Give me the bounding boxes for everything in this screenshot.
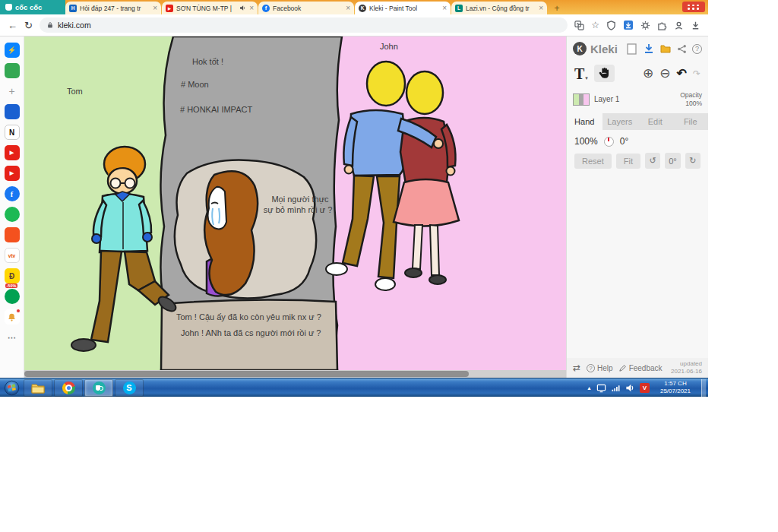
app-icon-green[interactable] [5,63,20,78]
add-app-icon[interactable]: + [5,84,20,99]
reset-button[interactable]: Reset [574,154,612,169]
scrollbar-thumb[interactable] [24,371,469,377]
updated-label: updated [680,360,702,367]
refresh-icon[interactable]: ↻ [24,20,33,31]
messenger-icon[interactable]: ⚡ [5,43,20,58]
app-icon-green-circle[interactable] [5,207,20,222]
horizontal-scrollbar[interactable] [24,370,566,378]
tab-facebook[interactable]: f Facebook × [258,2,354,14]
tab-hand[interactable]: Hand [567,113,602,130]
chevron-down-icon: ▾ [585,75,588,81]
zoom-out-button[interactable]: ⊖ [659,67,670,80]
tab-close-icon[interactable]: × [346,5,350,12]
skype-taskbar-button[interactable]: S [115,379,144,397]
url-field[interactable]: kleki.com [40,17,568,33]
new-tab-button[interactable]: + [551,2,563,14]
back-icon[interactable]: ← [8,20,17,31]
tab-close-icon[interactable]: × [539,5,543,12]
app-icon-blue[interactable] [5,104,20,119]
tab-title: Lazi.vn - Cộng đồng tr [466,5,536,12]
fit-button[interactable]: Fit [616,154,640,169]
coccoc-taskbar-button[interactable] [84,379,113,397]
angle-value: 0° [620,136,628,147]
chrome-taskbar-button[interactable] [54,379,83,397]
profile-icon[interactable] [674,21,684,30]
text-tool[interactable]: T ▾ [574,66,588,81]
explorer-taskbar-button[interactable] [24,379,52,397]
tab-close-icon[interactable]: × [153,5,157,12]
kleki-footer: ⇄ ? Help Feedback updated 2021-06-16 [567,358,708,378]
zoom-in-button[interactable]: ⊕ [643,67,653,80]
facebook-icon[interactable]: f [5,186,20,201]
coccoc-brand: cốc cốc [0,0,65,14]
canvas-text-tom: Tom [67,87,83,96]
tab-close-icon[interactable]: × [442,5,447,12]
unikey-icon[interactable]: V [640,383,650,393]
extensions-icon[interactable] [657,21,667,30]
app-icon-yellow[interactable]: Đ -50% [5,268,20,283]
view-buttons-row: Reset Fit ↺ 0° ↻ [567,147,708,169]
youtube-icon-1[interactable]: ▶ [5,145,20,160]
tab-audio-icon[interactable] [239,5,246,11]
kleki-panel: K Kleki ? [566,36,708,378]
taskbar-clock[interactable]: 1:57 CH 25/07/2021 [654,380,697,395]
notifications-bell-icon[interactable] [5,309,20,325]
rotate-reset-button[interactable]: 0° [665,153,680,169]
notion-icon[interactable]: N [5,125,20,140]
import-folder-icon[interactable] [659,43,672,55]
layer-thumbnail[interactable] [573,93,590,106]
downloads-icon[interactable] [691,21,701,30]
network-tray-icon[interactable] [611,383,621,393]
shield-icon[interactable] [606,21,616,30]
save-download-icon[interactable] [642,43,655,55]
opacity-label: Opacity [680,91,702,99]
sidebar-more-icon[interactable]: ⋯ [5,330,20,345]
vtv-icon[interactable]: vtv [5,248,20,263]
layer-opacity: Opacity 100% [680,91,702,107]
facebook-favicon: f [262,5,270,12]
app-icon-orange[interactable] [5,227,20,242]
redo-button[interactable]: ↷ [693,69,701,78]
coccoc-cup-icon [5,4,12,11]
canvas-text-bottom-2: John ! ANh ta đã cs người mới rồi ư ? [181,328,321,337]
feedback-button[interactable]: Feedback [619,364,663,372]
tab-youtube-sontung[interactable]: ▶ SƠN TÙNG M-TP | × [162,2,258,14]
clock-time: 1:57 CH [664,380,686,387]
undo-button[interactable]: ↶ [677,68,687,80]
help-button[interactable]: ? Help [587,364,613,372]
brand-label: cốc cốc [15,3,42,11]
tab-hoidap247[interactable]: H Hỏi đáp 247 - trang tr × [65,2,161,14]
tab-close-icon[interactable]: × [249,5,254,12]
bookmark-star-icon[interactable]: ☆ [591,20,599,30]
gear-icon[interactable] [640,21,650,30]
display-tray-icon[interactable] [596,383,606,393]
tab-file[interactable]: File [673,113,709,130]
chrome-icon [62,382,75,394]
browser-menu-button[interactable] [682,2,705,12]
translate-icon[interactable] [574,21,584,30]
tab-kleki-active[interactable]: K Kleki - Paint Tool × [355,2,451,14]
download-manager-icon[interactable] [623,20,634,30]
swap-icon[interactable]: ⇄ [573,363,580,373]
volume-tray-icon[interactable] [625,383,635,393]
zoom-status-row: 100% 0° [567,130,708,147]
app-yellow-glyph: Đ [9,272,14,280]
rotate-right-button[interactable]: ↻ [685,153,701,169]
hand-tool[interactable] [594,65,615,82]
lock-icon[interactable] [46,21,54,30]
share-icon[interactable] [675,43,688,55]
tab-edit[interactable]: Edit [637,113,673,130]
help-circle-icon[interactable]: ? [692,44,702,54]
layer-row[interactable]: Layer 1 Opacity 100% [573,91,702,107]
show-desktop-button[interactable] [701,379,706,397]
youtube-icon-2[interactable]: ▶ [5,166,20,181]
tab-lazi[interactable]: L Lazi.vn - Cộng đồng tr × [451,2,547,14]
tray-expand-icon[interactable]: ▲ [587,385,592,391]
paint-canvas[interactable]: Tom John Hok tốt ! # Moon # HONKAI IMPAC… [24,36,566,378]
app-icon-teal[interactable] [5,289,20,304]
tab-layers[interactable]: Layers [602,113,638,130]
start-button[interactable] [0,380,23,396]
new-image-icon[interactable] [625,43,638,55]
notification-dot [16,309,21,313]
rotate-left-button[interactable]: ↺ [645,153,660,169]
